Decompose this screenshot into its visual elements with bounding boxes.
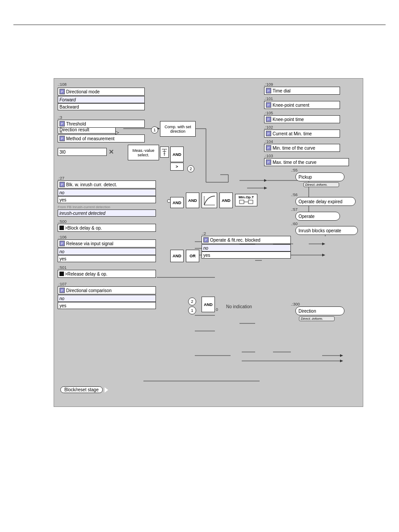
directional-comparison-label: Directional comparison [66,288,112,293]
p-indicator-dir: P [59,288,65,293]
id27-label: .:27 [58,176,64,180]
inrush-detected-box: inrush-current detected [58,209,156,217]
gt-gate: > [170,163,184,171]
svg-marker-35 [322,254,325,256]
black-sq-2 [59,272,64,276]
curve-icon [203,194,216,207]
forward-label: Forward [59,97,76,102]
release-delay-box: >Release delay & op. [58,270,156,278]
time-dial-box: P Time dial [264,87,340,95]
and-gate-6: AND [202,297,215,312]
direction-label: Direction [298,309,316,314]
block-reset-arrow [105,387,108,393]
knee-point-time-box: P Knee-point time [264,115,340,123]
circle-indicator [167,199,171,203]
id300-label: .:300 [291,302,300,306]
circle-1b: 1 [188,306,196,314]
no-label2: no [59,249,64,254]
svg-marker-32 [322,243,325,245]
direct-inform-1: Direct.-inform. [303,182,339,187]
circle-2b: 2 [188,297,196,306]
page: .:108 P Directional mode Forward Backwar… [0,0,399,532]
block-reset-stage-box: Block/reset stage [60,386,103,393]
circle-2: 2 [187,165,194,172]
id106-label: .:106 [58,235,67,239]
p-indicator-knee-time: P [266,117,271,122]
curve-icon-box [202,193,217,208]
directional-mode-box: P Directional mode [58,88,145,96]
meas-value-select-label: Meas.-valueselect. [132,148,154,157]
num1: 1 [153,128,155,132]
id8-label: .:8 [58,130,62,134]
num1b: 1 [191,308,193,313]
and6-label: AND [204,302,213,307]
pickup-pill: Pickup [295,172,344,181]
p-indicator-blk: P [59,182,65,187]
method-measurement-box: P Method of measurement [58,134,145,142]
id56-label: .:56 [291,193,298,197]
current-min-time-box: P Current at Min. time [264,130,340,138]
no-label3: no [59,296,64,301]
diagram-area: .:108 P Directional mode Forward Backwar… [54,78,363,407]
id105-label: .:105 [264,111,273,115]
operate-fit-rec-label: Operate & fit.rec. blocked [210,238,260,243]
comp-set-direction-box: Comp. with setdirection [160,121,196,137]
min-op-t-icon [239,199,254,205]
top-divider [13,25,386,25]
yes-label3: yes [59,303,67,308]
black-sq-1 [59,226,64,230]
knee-point-time-label: Knee-point time [273,117,304,122]
p-indicator-threshold: P [59,121,65,126]
knee-point-current-box: P Knee-point current [264,101,340,109]
threshold-box: P Threshold [58,120,145,128]
no-box1: no [58,189,156,196]
yes-box2: yes [58,255,156,262]
release-input-box: P Release via input signal [58,239,156,247]
backward-box: Backward [58,103,145,110]
and-gate-3: AND [186,193,199,208]
operate-label: Operate [298,214,315,219]
block-reset-label: Block/reset stage [64,387,99,392]
block-delay-label: >Block delay & op. [65,226,102,230]
directional-mode-label: Directional mode [66,89,100,94]
backward-label: Backward [59,105,79,109]
id55-label: .:55 [291,168,298,172]
id107-label: .:107 [58,282,67,286]
yes-label4: yes [203,253,210,258]
release-input-label: Release via input signal [66,241,113,246]
id103-label: .:103 [264,154,273,158]
diagram-inner: .:108 P Directional mode Forward Backwar… [54,79,363,406]
and2-label: AND [172,201,181,205]
and4-label: AND [222,198,231,203]
svg-marker-11 [264,187,267,189]
id102-label: .:102 [264,125,273,130]
id3-label: .:3 [58,115,62,120]
and-gate-4: AND [219,193,233,208]
id57-label: .:57 [291,207,298,212]
release-delay-label: >Release delay & op. [65,272,107,276]
p-indicator-release: P [59,241,65,246]
forward-box: Forward [58,96,145,103]
pickup-label: Pickup [298,175,312,180]
and-gate-2: AND [170,197,184,208]
block-delay-box: >Block delay & op. [58,224,156,232]
p-indicator-method: P [59,136,65,141]
circle-1: 1 [151,126,158,134]
id501-label: .:501 [58,265,67,270]
id500-label: .:500 [58,219,67,224]
max-time-curve-box: P Max. time of the curve [264,158,349,166]
and5-label: AND [172,254,181,258]
min-time-curve-box: P Min. time of the curve [264,144,340,152]
svg-marker-24 [340,354,343,357]
gt-label: > [176,164,178,169]
svg-marker-9 [264,179,267,182]
num0-label: 0 [216,307,218,312]
inrush-blocks-label: Inrush blocks operate [298,228,341,233]
knee-point-current-label: Knee-point current [273,103,309,108]
min-op-t-box: Min.Op.T [235,194,257,206]
operate-delay-label: Operate delay expired [298,199,342,204]
current-min-time-label: Current at Min. time [273,131,312,136]
min-time-curve-label: Min. time of the curve [273,146,315,151]
id101-label: .:101 [264,96,273,101]
from-fb-label: From FB Inrush-current detection [58,205,110,209]
